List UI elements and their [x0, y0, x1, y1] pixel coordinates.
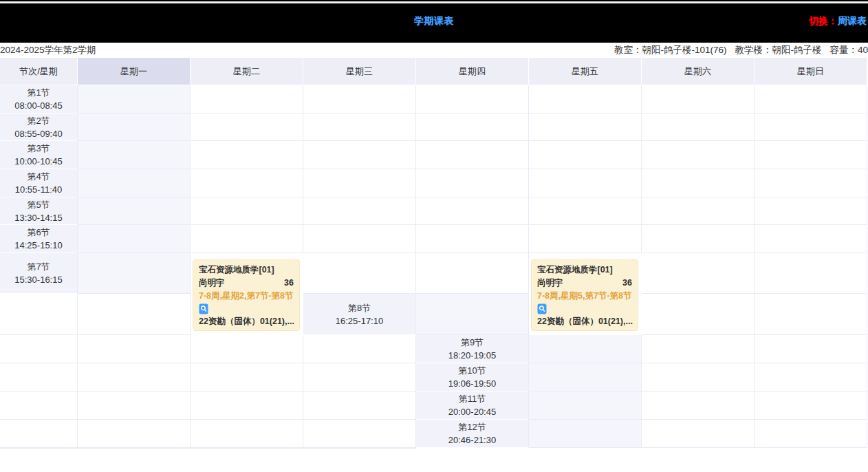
cell-day5-period8	[78, 335, 191, 363]
cell-day7-period4	[755, 169, 867, 197]
cell-day2-period8	[642, 294, 755, 335]
cell-day4-period1	[416, 85, 529, 114]
course-schedule: 7-8周,星期5,第7节-第8节	[537, 290, 632, 303]
cell-day7-period8	[303, 335, 416, 363]
cell-day7-period11	[303, 420, 416, 448]
course-class-info: 22资勘（固体）01(21),...	[199, 315, 294, 328]
switch-to-week-view-link[interactable]: 周课表	[838, 15, 867, 28]
period-label-11: 第11节20:00-20:45	[416, 391, 529, 420]
cell-day2-period6	[191, 225, 303, 253]
cell-day1-period12	[529, 420, 642, 448]
cell-day1-period6	[78, 225, 191, 253]
period-time: 18:20-19:05	[448, 349, 496, 362]
cell-day7-period3	[755, 141, 867, 169]
cell-day5-period6	[529, 225, 642, 253]
view-switcher: 切换： 周课表	[809, 0, 867, 43]
corner-header: 节次/星期	[0, 58, 78, 85]
cell-day1-period2	[78, 114, 191, 142]
course-name: 宝石资源地质学[01]	[199, 264, 294, 277]
period-label-9: 第9节18:20-19:05	[416, 335, 529, 363]
course-detail-icon[interactable]	[537, 303, 632, 315]
period-time: 20:46-21:30	[448, 433, 496, 447]
cell-day6-period4	[642, 169, 755, 197]
cell-day5-period7	[755, 253, 867, 294]
course-teacher: 尚明宇	[537, 277, 563, 290]
cell-day4-period4	[416, 169, 529, 197]
cell-day7-period5	[755, 197, 867, 226]
course-card[interactable]: 宝石资源地质学[01]尚明宇367-8周,星期2,第7节-第8节22资勘（固体）…	[193, 259, 300, 331]
cell-day4-period2	[416, 114, 529, 142]
course-teacher: 尚明宇	[199, 277, 225, 290]
period-time: 10:55-11:40	[15, 183, 62, 196]
cell-day6-period5	[642, 197, 755, 226]
period-label-10: 第10节19:06-19:50	[416, 363, 529, 391]
cell-day5-period5	[529, 197, 642, 226]
period-label-7: 第7节15:30-16:15	[0, 253, 78, 294]
period-label-1: 第1节08:00-08:45	[0, 85, 78, 114]
cell-day4-period11	[0, 420, 78, 448]
course-card[interactable]: 宝石资源地质学[01]尚明宇367-8周,星期5,第7节-第8节22资勘（固体）…	[531, 259, 638, 331]
cell-day2-period12	[642, 420, 755, 448]
cell-day2-period3	[191, 141, 303, 169]
room-value: 朝阳-鸽子楼-101(76)	[642, 45, 726, 55]
period-time: 20:00-20:45	[448, 405, 496, 418]
cell-day7-period7	[78, 294, 191, 335]
period-name: 第7节	[27, 260, 50, 273]
cell-day2-period9	[642, 335, 755, 363]
capacity-value: 40	[858, 45, 868, 55]
cell-day3-period10	[755, 363, 867, 391]
cell-day2-period1	[191, 85, 303, 114]
building-value: 朝阳-鸽子楼	[772, 45, 821, 55]
day-header-3: 星期三	[303, 58, 416, 85]
cell-day3-period1	[303, 85, 416, 114]
timetable-grid: 节次/星期星期一星期二星期三星期四星期五星期六星期日第1节08:00-08:45…	[0, 58, 867, 449]
cell-day4-period3	[416, 141, 529, 169]
cell-day7-period2	[755, 114, 867, 142]
cell-day7-period6	[755, 225, 867, 253]
period-name: 第3节	[27, 142, 50, 155]
cell-day3-period9	[755, 335, 867, 363]
day-header-5: 星期五	[529, 58, 642, 85]
course-meta: 尚明宇36	[199, 277, 294, 290]
cell-day6-period11	[191, 420, 303, 448]
cell-day1-period7	[78, 253, 191, 294]
cell-day6-period2	[642, 114, 755, 142]
period-name: 第11节	[459, 392, 486, 405]
file-search-icon	[199, 303, 208, 314]
period-time: 19:06-19:50	[448, 377, 496, 390]
period-name: 第5节	[27, 198, 50, 211]
cell-day4-period8	[0, 335, 78, 363]
period-name: 第6节	[27, 226, 50, 239]
period-name: 第9节	[461, 336, 484, 349]
page-title: 学期课表	[0, 0, 868, 43]
period-label-8: 第8节16:25-17:10	[303, 294, 416, 335]
period-label-2: 第2节08:55-09:40	[0, 114, 78, 142]
period-label-4: 第4节10:55-11:40	[0, 169, 78, 197]
period-label-5: 第5节13:30-14:15	[0, 197, 78, 226]
period-time: 08:55-09:40	[14, 127, 62, 140]
cell-day1-period11	[529, 391, 642, 420]
cell-day6-period1	[642, 85, 755, 114]
cell-day6-period7	[0, 294, 78, 335]
semester-title: 2024-2025学年第2学期	[0, 44, 96, 56]
cell-day2-period10	[642, 363, 755, 391]
building-label: 教学楼：	[735, 45, 772, 55]
cell-day7-period12	[303, 448, 416, 449]
cell-day7-period9	[303, 363, 416, 391]
cell-day2-period4	[191, 169, 303, 197]
cell-day4-period7	[642, 253, 755, 294]
cell-day1-period1	[78, 85, 191, 114]
cell-day6-period9	[191, 363, 303, 391]
period-time: 15:30-16:15	[14, 273, 62, 286]
cell-day4-period10	[0, 391, 78, 420]
sub-header: 2024-2025学年第2学期 教室：朝阳-鸽子楼-101(76) 教学楼：朝阳…	[0, 43, 868, 58]
cell-day5-period2	[529, 114, 642, 142]
course-meta: 尚明宇36	[537, 277, 632, 290]
cell-day5-period3	[529, 141, 642, 169]
period-name: 第12节	[458, 420, 486, 433]
building-field: 教学楼：朝阳-鸽子楼	[735, 44, 821, 56]
cell-day2-period2	[191, 114, 303, 142]
cell-day1-period3	[78, 141, 191, 169]
course-detail-icon[interactable]	[199, 303, 294, 315]
cell-day4-period12	[0, 448, 78, 449]
